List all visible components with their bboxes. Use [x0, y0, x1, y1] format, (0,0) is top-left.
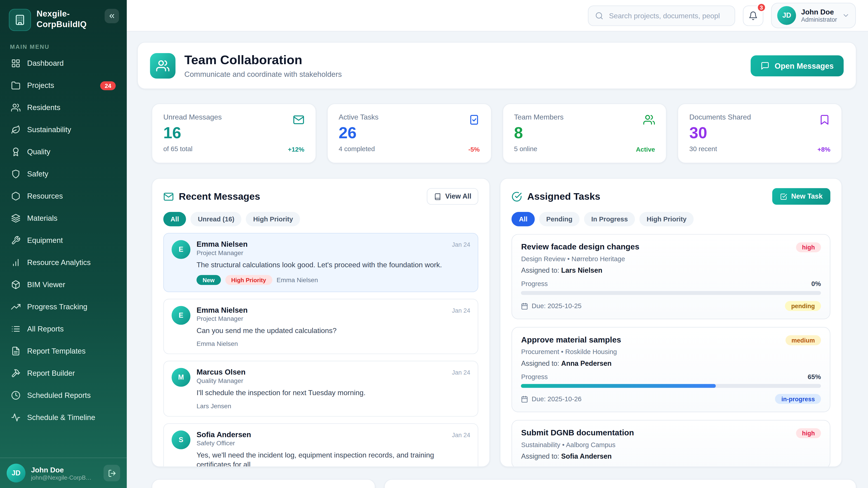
sidebar-item-report-templates[interactable]: Report Templates: [5, 341, 121, 361]
avatar: M: [172, 368, 190, 387]
sidebar-item-dashboard[interactable]: Dashboard: [5, 53, 121, 74]
message-text: I'll schedule the inspection for next Tu…: [196, 388, 470, 398]
file-text-icon: [11, 346, 21, 356]
task-due-date: Due: 2025-10-25: [532, 302, 582, 310]
sidebar-item-label: Residents: [27, 103, 60, 112]
stat-delta: -5%: [468, 146, 480, 153]
message-item[interactable]: S Sofia Andersen Jan 24 Safety Officer Y…: [163, 423, 478, 467]
message-footer: Emma Nielsen: [196, 340, 238, 347]
sidebar-item-label: Scheduled Reports: [27, 391, 91, 399]
message-date: Jan 24: [452, 241, 470, 248]
status-badge: in-progress: [775, 394, 821, 404]
new-task-button[interactable]: New Task: [772, 188, 831, 205]
task-card[interactable]: Approve material samples medium Procurem…: [512, 327, 831, 412]
message-footer: Emma Nielsen: [277, 276, 318, 283]
page-header-card: Team Collaboration Communicate and coord…: [137, 42, 856, 89]
filter-chip-all[interactable]: All: [512, 212, 535, 226]
open-messages-label: Open Messages: [775, 61, 834, 70]
filter-chip-all[interactable]: All: [163, 212, 186, 226]
message-sender-role: Safety Officer: [196, 440, 470, 446]
filter-chip-in-progress[interactable]: In Progress: [584, 212, 635, 226]
tasks-panel-title: Assigned Tasks: [527, 191, 600, 202]
stat-sub: 4 completed: [339, 145, 378, 153]
filter-chip-pending[interactable]: Pending: [539, 212, 580, 226]
bookmark-icon: [819, 114, 830, 125]
award-icon: [11, 147, 21, 157]
avatar: E: [172, 240, 190, 259]
sidebar-item-progress-tracking[interactable]: Progress Tracking: [5, 297, 121, 317]
recent-messages-panel: Recent Messages View All All Unread (16)…: [152, 178, 490, 467]
stat-sub: 30 recent: [689, 145, 751, 153]
sidebar-item-label: Projects: [27, 81, 54, 90]
sidebar-item-quality[interactable]: Quality: [5, 142, 121, 162]
message-footer: Lars Jensen: [196, 402, 231, 409]
filter-chip-high-priority[interactable]: High Priority: [246, 212, 300, 226]
open-messages-button[interactable]: Open Messages: [751, 55, 844, 76]
stat-sub: 5 online: [514, 145, 563, 153]
sidebar-item-all-reports[interactable]: All Reports: [5, 319, 121, 339]
message-sender: Marcus Olsen: [196, 368, 246, 377]
leaf-icon: [11, 125, 21, 134]
cube-icon: [11, 280, 21, 289]
message-filters: All Unread (16) High Priority: [163, 212, 478, 226]
message-sender: Sofia Andersen: [196, 430, 251, 438]
topbar: 3 JD John Doe Administrator: [127, 0, 868, 32]
sidebar-item-projects[interactable]: Projects 24: [5, 75, 121, 96]
sidebar-item-schedule-timeline[interactable]: Schedule & Timeline: [5, 407, 121, 428]
sidebar-item-resources[interactable]: Resources: [5, 186, 121, 206]
message-item[interactable]: E Emma Nielsen Jan 24 Project Manager Ca…: [163, 298, 478, 354]
brand-logo: [9, 9, 31, 31]
collapse-sidebar-button[interactable]: [105, 9, 119, 23]
avatar: JD: [777, 6, 796, 25]
task-title: Submit DGNB documentation: [521, 428, 634, 437]
assigned-to-label: Assigned to:: [521, 360, 559, 367]
filter-chip-high-priority[interactable]: High Priority: [640, 212, 694, 226]
sidebar-item-report-builder[interactable]: Report Builder: [5, 363, 121, 384]
logout-button[interactable]: [103, 465, 120, 481]
view-all-label: View All: [445, 193, 471, 200]
filter-chip-unread[interactable]: Unread (16): [191, 212, 241, 226]
sidebar-item-materials[interactable]: Materials: [5, 208, 121, 229]
sidebar-item-bim-viewer[interactable]: BIM Viewer: [5, 274, 121, 295]
progress-track: [521, 291, 821, 295]
view-all-button[interactable]: View All: [427, 188, 478, 205]
sidebar-item-equipment[interactable]: Equipment: [5, 230, 121, 251]
message-sender-role: Quality Manager: [196, 377, 470, 384]
stat-label: Unread Messages: [163, 113, 221, 121]
task-meta: Sustainability • Aalborg Campus: [521, 441, 821, 449]
sidebar-item-scheduled-reports[interactable]: Scheduled Reports: [5, 385, 121, 405]
task-assignee: Assigned to: Anna Pedersen: [521, 360, 821, 367]
search-input[interactable]: [608, 11, 728, 20]
box-icon: [11, 191, 21, 201]
sidebar-item-label: Report Builder: [27, 369, 75, 377]
message-item[interactable]: E Emma Nielsen Jan 24 Project Manager Th…: [163, 233, 478, 292]
user-menu[interactable]: JD John Doe Administrator: [771, 3, 856, 28]
sidebar-menu: Dashboard Projects 24 Residents Sustaina…: [0, 53, 127, 455]
sidebar-user-card[interactable]: JD John Doe john@Nexgile-CorpBuil...: [0, 457, 127, 488]
brand-name: Nexgile-CorpBuildIQ: [37, 9, 98, 30]
clock-icon: [11, 391, 21, 400]
task-card[interactable]: Review facade design changes high Design…: [512, 234, 831, 319]
progress-percent: 65%: [808, 373, 821, 381]
stat-label: Documents Shared: [689, 113, 751, 121]
chat-icon: [761, 61, 770, 70]
task-card[interactable]: Submit DGNB documentation high Sustainab…: [512, 420, 831, 467]
activity-icon: [11, 413, 21, 422]
check-circle-icon: [512, 191, 522, 202]
sidebar-item-label: BIM Viewer: [27, 281, 65, 289]
notifications-button[interactable]: 3: [743, 5, 764, 26]
message-item[interactable]: M Marcus Olsen Jan 24 Quality Manager I'…: [163, 361, 478, 416]
priority-badge: high: [796, 242, 821, 252]
folder-icon: [11, 81, 21, 90]
sidebar-item-sustainability[interactable]: Sustainability: [5, 120, 121, 140]
sidebar-item-safety[interactable]: Safety: [5, 164, 121, 184]
search-box: [588, 5, 735, 26]
sidebar-item-resource-analytics[interactable]: Resource Analytics: [5, 252, 121, 273]
users-icon: [643, 114, 655, 125]
sidebar-item-residents[interactable]: Residents: [5, 97, 121, 118]
message-text: Yes, we'll need the incident log, equipm…: [196, 450, 470, 467]
assignee-name: Sofia Andersen: [561, 453, 612, 460]
task-meta: Procurement • Roskilde Housing: [521, 348, 821, 356]
stat-value: 30: [689, 124, 751, 142]
new-badge: New: [196, 275, 221, 285]
